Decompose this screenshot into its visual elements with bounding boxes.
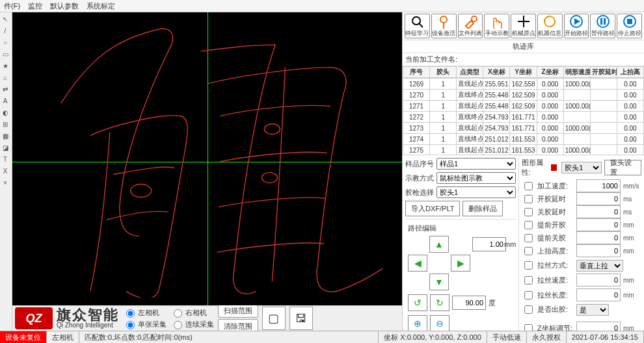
out-chk[interactable]: [524, 305, 533, 314]
status-cam: 左相机: [47, 331, 79, 343]
delete-sample-button[interactable]: 删除样品: [463, 201, 503, 216]
tool-4[interactable]: ★: [0, 60, 10, 71]
table-row[interactable]: 12701直线终点255.448162.5090.0000.00: [403, 90, 644, 101]
canvas-viewport[interactable]: [12, 12, 402, 305]
start-button[interactable]: 开始路径: [564, 14, 589, 38]
study-button[interactable]: 特征学习: [405, 14, 430, 38]
arrow-left-button[interactable]: ◀: [408, 255, 427, 272]
step-input[interactable]: [472, 237, 506, 251]
menu-file[interactable]: 件(F): [4, 1, 20, 11]
table-row[interactable]: 12731直线起点254.793161.7710.0001000.00(1...…: [403, 123, 644, 134]
radio-right-cam[interactable]: 右相机: [170, 307, 214, 318]
tool-8[interactable]: ◐: [0, 107, 10, 118]
sample-no-label: 样品序号: [405, 159, 434, 169]
pullspd-input[interactable]: [576, 273, 621, 286]
tool-0[interactable]: ↖: [0, 14, 10, 24]
tool-12[interactable]: T: [0, 154, 10, 164]
param-chk-4[interactable]: [524, 234, 533, 242]
out-select[interactable]: 是: [576, 304, 609, 316]
param-input-2[interactable]: [576, 205, 621, 218]
logo: QZ 旗众智能 Qi Zhong Intelligent: [15, 307, 119, 329]
stop-button[interactable]: 停止路径: [617, 14, 642, 38]
param-chk-5[interactable]: [524, 247, 533, 255]
tool-5[interactable]: ⌂: [0, 72, 10, 83]
param-chk-0[interactable]: [524, 182, 533, 190]
arrow-right-button[interactable]: ▶: [451, 255, 470, 272]
radio-single-cap[interactable]: 单张采集: [123, 319, 167, 329]
z-input[interactable]: [576, 322, 621, 331]
pull-select[interactable]: 垂直上拉: [576, 260, 623, 272]
rotate-cw-button[interactable]: ↻: [430, 294, 449, 311]
tool-11[interactable]: ◪: [0, 142, 10, 153]
menu-params[interactable]: 默认参数: [50, 1, 79, 11]
pullspd-label: 拉丝速度:: [537, 275, 574, 285]
param-chk-2[interactable]: [524, 208, 533, 216]
attr-select[interactable]: 胶头1: [561, 162, 602, 173]
menu-calib[interactable]: 系统标定: [87, 1, 115, 11]
import-dxf-button[interactable]: 导入DXF/PLT: [405, 201, 460, 216]
left-toolbar: ↖/○▭★⌂⇄A◐⊞▦◪TX×: [0, 12, 12, 331]
svg-point-0: [131, 184, 152, 197]
pull-label: 拉丝方式:: [537, 260, 574, 270]
param-input-5[interactable]: [576, 244, 621, 257]
filelist-button[interactable]: 文件列表: [458, 14, 483, 38]
tool-9[interactable]: ⊞: [0, 119, 10, 129]
tool-3[interactable]: ▭: [0, 49, 10, 59]
clear-range-button[interactable]: 清除范围: [218, 319, 258, 331]
tool-7[interactable]: A: [0, 95, 10, 106]
table-row[interactable]: 12751直线起点251.012161.5530.0001000.00(1...…: [403, 145, 644, 155]
arrow-up-button[interactable]: ▲: [429, 236, 449, 253]
param-chk-3[interactable]: [524, 221, 533, 229]
table-row[interactable]: 12691直线起点255.951162.5580.0001000.00(1...…: [403, 79, 644, 90]
tool-14[interactable]: ×: [0, 177, 10, 188]
status-dev: 设备未复位: [0, 331, 47, 343]
origin-button[interactable]: 机械原点: [511, 14, 536, 38]
sample-select[interactable]: 样品1: [436, 158, 516, 170]
arrow-down-button[interactable]: ▼: [429, 273, 449, 290]
tool-2[interactable]: ○: [0, 37, 10, 47]
zoom-in-button[interactable]: ⊕: [408, 315, 427, 331]
svg-point-7: [472, 16, 477, 21]
tool-6[interactable]: ⇄: [0, 84, 10, 94]
param-input-0[interactable]: [576, 179, 621, 192]
status-coord: 坐标 X:0.000, Y:0.000, Z:0.000: [379, 331, 487, 343]
pullspd-chk[interactable]: [524, 276, 533, 285]
teach-button[interactable]: 手动示教: [484, 14, 509, 38]
statusbar: 设备未复位 左相机 匹配数:0,坏点数:0,匹配时间:0(ms) 坐标 X:0.…: [0, 331, 644, 343]
param-chk-1[interactable]: [524, 195, 533, 203]
tool-13[interactable]: X: [0, 166, 10, 176]
track-table[interactable]: 序号胶头点类型X坐标Y坐标Z坐标弱形速度开胶延时上抬高 12691直线起点255…: [403, 66, 644, 155]
rotate-ccw-button[interactable]: ↺: [408, 294, 427, 311]
param-label: 上抬高度:: [537, 246, 574, 256]
param-input-3[interactable]: [576, 218, 621, 231]
save-icon[interactable]: 🖫: [289, 307, 313, 330]
teach-select[interactable]: 鼠标绘图示教: [436, 172, 516, 184]
table-row[interactable]: 12711直线起点255.448162.5090.0001000.00(1...…: [403, 101, 644, 112]
zoom-out-button[interactable]: ⊖: [430, 315, 449, 331]
logo-en: Qi Zhong Intelligent: [57, 322, 119, 329]
table-row[interactable]: 12721直线终点254.793161.7710.0000.00: [403, 112, 644, 123]
needle-settings-button[interactable]: 拨头设置: [604, 160, 641, 175]
pulllen-input[interactable]: [576, 288, 621, 301]
pull-chk[interactable]: [524, 261, 533, 270]
radio-left-cam[interactable]: 左相机: [123, 307, 167, 318]
activate-button[interactable]: 设备激活: [431, 14, 457, 38]
pulllen-chk[interactable]: [524, 291, 533, 299]
rotate-input[interactable]: [452, 296, 486, 310]
glue-select[interactable]: 胶头1: [436, 186, 516, 198]
scan-range-button[interactable]: 扫描范围: [218, 303, 258, 318]
pause-button[interactable]: 暂停路径: [590, 14, 615, 38]
param-input-1[interactable]: [576, 192, 621, 205]
table-row[interactable]: 12741直线终点251.012161.5530.0000.00: [403, 134, 644, 145]
tool-1[interactable]: /: [0, 25, 10, 36]
tool-10[interactable]: ▦: [0, 131, 10, 141]
param-label: 提前关胶: [537, 233, 574, 243]
param-label: 加工速度:: [537, 181, 574, 191]
z-chk[interactable]: [524, 324, 533, 331]
param-input-4[interactable]: [576, 231, 621, 244]
machine-button[interactable]: 机器信息: [537, 14, 563, 38]
radio-cont-cap[interactable]: 连续采集: [170, 319, 214, 329]
bounds-icon[interactable]: ▢: [262, 307, 286, 330]
drawing-paths: [12, 12, 402, 298]
menu-monitor[interactable]: 监控: [28, 1, 42, 11]
